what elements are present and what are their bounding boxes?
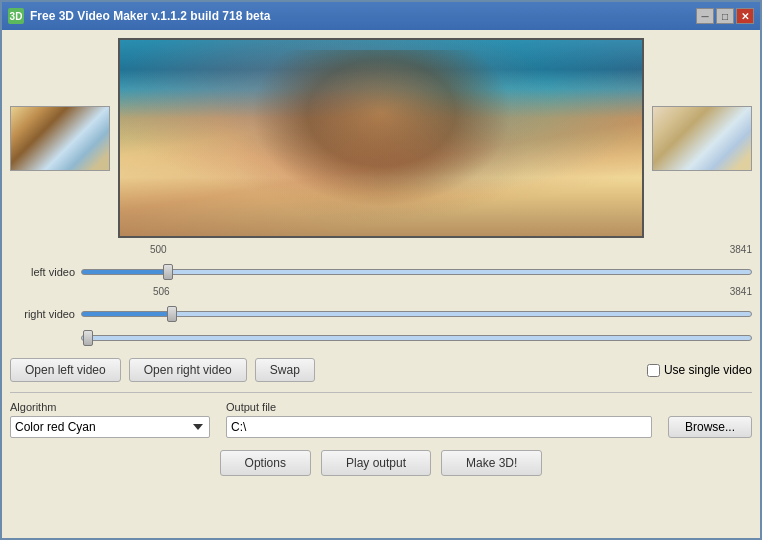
right-thumbnail	[652, 106, 752, 171]
title-bar: 3D Free 3D Video Maker v.1.1.2 build 718…	[2, 2, 760, 30]
open-left-button[interactable]: Open left video	[10, 358, 121, 382]
open-right-button[interactable]: Open right video	[129, 358, 247, 382]
make-3d-button[interactable]: Make 3D!	[441, 450, 542, 476]
swap-button[interactable]: Swap	[255, 358, 315, 382]
extra-slider-thumb[interactable]	[83, 330, 93, 346]
sliders-section: 500 3841 left video 506 3841 right video	[10, 244, 752, 348]
output-file-group: Output file	[226, 401, 652, 438]
algorithm-select[interactable]: Color red Cyan Side by Side Top Bottom I…	[10, 416, 210, 438]
main-window: 3D Free 3D Video Maker v.1.1.2 build 718…	[0, 0, 762, 540]
options-button[interactable]: Options	[220, 450, 311, 476]
browse-button[interactable]: Browse...	[668, 416, 752, 438]
right-video-slider-container	[81, 304, 752, 324]
bottom-section: Algorithm Color red Cyan Side by Side To…	[10, 392, 752, 480]
right-video-track	[81, 311, 752, 317]
use-single-checkbox[interactable]	[647, 364, 660, 377]
video-area	[10, 38, 752, 238]
algorithm-group: Algorithm Color red Cyan Side by Side To…	[10, 401, 210, 438]
play-output-button[interactable]: Play output	[321, 450, 431, 476]
buttons-row: Open left video Open right video Swap Us…	[10, 354, 752, 386]
close-button[interactable]: ✕	[736, 8, 754, 24]
left-video-label: left video	[10, 266, 75, 278]
left-thumbnail	[10, 106, 110, 171]
window-title: Free 3D Video Maker v.1.1.2 build 718 be…	[30, 9, 696, 23]
use-single-label: Use single video	[664, 363, 752, 377]
app-icon: 3D	[8, 8, 24, 24]
use-single-checkbox-area: Use single video	[647, 363, 752, 377]
main-content: 500 3841 left video 506 3841 right video	[2, 30, 760, 538]
left-video-thumb[interactable]	[163, 264, 173, 280]
output-file-label: Output file	[226, 401, 652, 413]
restore-button[interactable]: □	[716, 8, 734, 24]
output-file-input[interactable]	[226, 416, 652, 438]
left-video-slider-container	[81, 262, 752, 282]
right-video-slider-row: right video	[10, 304, 752, 324]
right-slider-max-label: 3841	[730, 286, 752, 297]
right-video-label: right video	[10, 308, 75, 320]
left-video-track	[81, 269, 752, 275]
algorithm-label: Algorithm	[10, 401, 210, 413]
extra-slider-row	[10, 328, 752, 348]
left-slider-max-label: 3841	[730, 244, 752, 255]
action-buttons-row: Options Play output Make 3D!	[10, 446, 752, 480]
right-video-thumb[interactable]	[167, 306, 177, 322]
left-video-slider-row: left video	[10, 262, 752, 282]
window-controls: ─ □ ✕	[696, 8, 754, 24]
right-slider-current-label: 506	[153, 286, 170, 297]
left-slider-current-label: 500	[150, 244, 167, 255]
extra-slider-track	[81, 335, 752, 341]
algo-output-row: Algorithm Color red Cyan Side by Side To…	[10, 401, 752, 438]
minimize-button[interactable]: ─	[696, 8, 714, 24]
main-preview	[118, 38, 644, 238]
extra-slider-container	[81, 328, 752, 348]
